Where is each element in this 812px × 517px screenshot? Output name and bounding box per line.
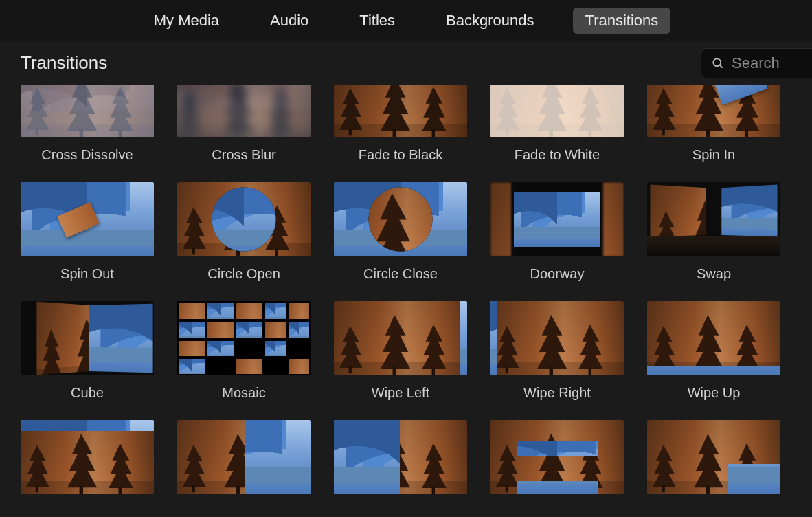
transition-item: Wipe Left [334,301,467,401]
transition-item: Mosaic [177,301,311,401]
transition-label: Cross Dissolve [41,147,133,163]
transition-label: Fade to White [515,147,600,163]
svg-line-2 [720,65,723,67]
transition-item: Cross Dissolve [21,85,154,163]
transition-item: Wipe Right [490,301,624,401]
tab-audio[interactable]: Audio [258,8,321,34]
transition-label: Cross Blur [212,147,275,163]
transition-thumb-swap[interactable] [647,182,780,256]
transition-thumb-cube[interactable] [21,301,154,375]
transition-label: Circle Close [363,266,438,282]
search-input[interactable] [730,54,812,73]
transition-label: Wipe Up [688,385,741,401]
transition-item: Doorway [490,182,624,282]
transition-thumb-wipe-up[interactable] [647,301,780,375]
search-icon [711,56,725,70]
search-field[interactable] [701,48,812,78]
transition-item [334,420,467,504]
transition-item [177,420,311,504]
transition-thumb-doorway[interactable] [490,182,624,256]
svg-point-1 [713,58,721,66]
transition-thumb-spin-out[interactable] [21,182,154,256]
transition-label: Spin In [692,147,735,163]
transition-item: Circle Close [334,182,467,282]
tab-titles[interactable]: Titles [347,8,407,34]
transition-item: Cube [21,301,154,401]
transition-thumb-fade-to-black[interactable] [334,85,467,138]
section-title: Transitions [21,52,107,74]
transition-item: Wipe Up [647,301,780,401]
media-tabbar: My Media Audio Titles Backgrounds Transi… [0,0,812,41]
transitions-browser[interactable]: Cross Dissolve Cross Blur Fade to Black [0,85,812,517]
transitions-grid: Cross Dissolve Cross Blur Fade to Black [21,85,791,504]
transition-thumb-cross-dissolve[interactable] [21,85,154,138]
tab-backgrounds[interactable]: Backgrounds [433,8,546,34]
tab-my-media[interactable]: My Media [142,8,232,34]
transition-thumb-wipe-right[interactable] [490,301,624,375]
tab-transitions[interactable]: Transitions [573,8,671,34]
transition-thumb-mosaic[interactable] [177,301,311,375]
transition-label: Mosaic [222,385,265,401]
transition-item: Fade to Black [334,85,467,163]
transition-thumb-circle-open[interactable] [177,182,311,256]
transition-label: Wipe Right [523,385,591,401]
transition-thumb-partial[interactable] [21,420,154,494]
transition-label: Wipe Left [372,385,429,401]
transition-item: Fade to White [490,85,624,163]
transition-item: Spin In [647,85,780,163]
transition-thumb-partial[interactable] [334,420,467,494]
transition-item: Circle Open [177,182,311,282]
transition-item [490,420,624,504]
transition-thumb-spin-in[interactable] [647,85,780,138]
transition-item [21,420,154,504]
transition-label: Fade to Black [359,147,442,163]
transition-item: Swap [647,182,780,282]
transition-thumb-wipe-left[interactable] [334,301,467,375]
transition-label: Cube [71,385,104,401]
transition-label: Circle Open [207,266,280,282]
transition-thumb-cross-blur[interactable] [177,85,311,138]
transition-item: Spin Out [21,182,154,282]
transition-label: Swap [697,266,731,282]
transition-item: Cross Blur [177,85,311,163]
transition-thumb-circle-close[interactable] [334,182,467,256]
section-header: Transitions [0,41,812,85]
transition-thumb-partial[interactable] [647,420,780,494]
transition-label: Doorway [530,266,585,282]
transition-thumb-partial[interactable] [490,420,624,494]
transition-thumb-fade-to-white[interactable] [490,85,624,138]
transition-label: Spin Out [60,266,114,282]
transition-item [647,420,780,504]
transition-thumb-partial[interactable] [177,420,311,494]
